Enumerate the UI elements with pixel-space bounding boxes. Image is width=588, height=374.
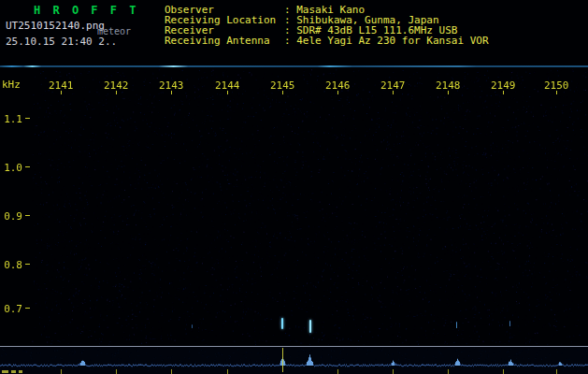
time-tick-mark: [337, 91, 338, 94]
time-tick-mark: [227, 91, 228, 94]
meteor-echo-mark: [509, 321, 510, 326]
time-tick-mark: [116, 91, 117, 94]
freq-tick-mark: [25, 264, 30, 265]
spectrogram-canvas: [0, 69, 588, 345]
minute-tick-mark: [448, 369, 449, 374]
time-tick-mark: [171, 91, 172, 94]
info-value-antenna: : 4ele Yagi Az 230 for Kansai VOR: [284, 35, 489, 47]
info-label-antenna: Receiving Antenna: [165, 35, 270, 47]
freq-tick-label: 1.0: [0, 162, 22, 174]
app-title: H R O F F T: [34, 4, 138, 17]
minute-tick-mark: [61, 369, 62, 374]
freq-tick-label: 0.8: [0, 259, 22, 271]
timestamp: 25.10.15 21:40 2..: [6, 36, 117, 48]
meteor-echo-mark: [309, 320, 311, 333]
time-tick-mark: [393, 91, 394, 94]
time-tick-mark: [556, 91, 557, 94]
minute-tick-mark: [337, 369, 338, 374]
output-filename: UT2510152140.png: [6, 20, 105, 32]
freq-tick-mark: [25, 118, 30, 119]
hrofft-screen: H R O F F T UT2510152140.png meteor 25.1…: [0, 0, 588, 374]
time-tick-mark: [61, 91, 62, 94]
meteor-echo-mark: [281, 318, 283, 329]
echo-event-marker: [282, 348, 283, 372]
time-tick-mark: [282, 91, 283, 94]
freq-tick-mark: [25, 215, 30, 216]
minute-tick-mark: [556, 369, 557, 374]
freq-tick-label: 0.9: [0, 210, 22, 223]
freq-tick-label: 1.1: [0, 113, 22, 125]
minute-tick-mark: [393, 369, 394, 374]
level-corner-mark: [11, 370, 16, 373]
minute-tick-mark: [171, 369, 172, 374]
minute-tick-mark: [503, 369, 504, 374]
header-separator: [0, 65, 588, 67]
freq-axis-unit: kHz: [2, 79, 21, 91]
level-canvas: [0, 348, 588, 372]
level-corner-mark: [2, 370, 8, 373]
level-corner-mark: [19, 370, 22, 373]
freq-tick-mark: [25, 308, 30, 309]
freq-tick-mark: [25, 166, 30, 167]
time-tick-mark: [448, 91, 449, 94]
freq-tick-label: 0.7: [0, 303, 22, 315]
meteor-echo-mark: [192, 324, 193, 328]
time-tick-mark: [503, 91, 504, 94]
meteor-echo-mark: [456, 322, 457, 328]
minute-tick-mark: [227, 369, 228, 374]
minute-tick-mark: [116, 369, 117, 374]
